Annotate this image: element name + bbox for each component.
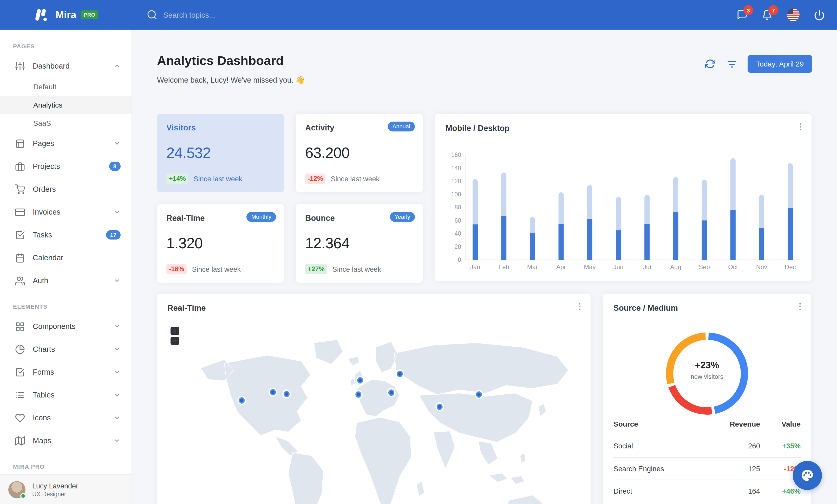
sidebar-item-label: Icons bbox=[33, 414, 113, 422]
x-axis-label: Apr bbox=[556, 263, 566, 270]
grid-icon bbox=[15, 321, 25, 331]
map-marker-ankara[interactable] bbox=[387, 388, 396, 397]
map-marker-madrid[interactable] bbox=[354, 390, 362, 399]
bar-desktop-mar[interactable] bbox=[530, 233, 535, 260]
sidebar-item-label: Pages bbox=[33, 139, 113, 148]
map-marker-beijing[interactable] bbox=[475, 390, 483, 399]
delta-chip: -12% bbox=[305, 173, 325, 184]
map-zoom-out-button[interactable]: − bbox=[171, 337, 179, 345]
delta-chip: -18% bbox=[166, 264, 186, 274]
map-marker-delhi[interactable] bbox=[435, 402, 444, 411]
activity-card: Activity Annual 63.200 -12% Since last w… bbox=[296, 114, 423, 192]
bar-desktop-jun[interactable] bbox=[616, 230, 621, 260]
sidebar-item-label: Auth bbox=[33, 276, 113, 285]
map-marker-moscow[interactable] bbox=[396, 369, 404, 378]
x-axis-label: Nov bbox=[756, 263, 767, 270]
y-axis-tick: 40 bbox=[455, 230, 461, 237]
sidebar-item-projects[interactable]: Projects 8 bbox=[0, 155, 131, 178]
activity-value: 63.200 bbox=[305, 145, 413, 162]
source-medium-donut bbox=[603, 325, 811, 424]
search-input[interactable] bbox=[163, 11, 267, 19]
map-marker-san-francisco[interactable] bbox=[237, 396, 246, 405]
sidebar-item-default[interactable]: Default bbox=[0, 77, 131, 96]
tasks-count-badge: 17 bbox=[106, 230, 121, 240]
card-menu-button[interactable] bbox=[796, 302, 805, 311]
bar-desktop-jul[interactable] bbox=[644, 224, 649, 260]
brand[interactable]: Mira PRO bbox=[34, 0, 99, 30]
column-header-value: Value bbox=[760, 420, 801, 428]
card-title: Visitors bbox=[166, 123, 274, 132]
user-menu[interactable]: Lucy Lavender UX Designer bbox=[0, 474, 131, 504]
sidebar-item-charts[interactable]: Charts bbox=[0, 338, 131, 360]
map-zoom-in-button[interactable]: + bbox=[171, 327, 179, 335]
sidebar-item-maps[interactable]: Maps bbox=[0, 429, 131, 452]
card-menu-button[interactable] bbox=[796, 122, 805, 131]
user-role: UX Designer bbox=[32, 491, 78, 497]
more-vertical-icon bbox=[796, 302, 805, 311]
sidebar-item-invoices[interactable]: Invoices bbox=[0, 201, 131, 223]
map-marker-new-york[interactable] bbox=[282, 389, 291, 398]
sidebar-item-label: Calendar bbox=[33, 254, 121, 262]
refresh-button[interactable] bbox=[705, 59, 715, 69]
filter-button[interactable] bbox=[727, 59, 737, 69]
bar-desktop-apr[interactable] bbox=[558, 224, 564, 260]
messages-button[interactable]: 3 bbox=[737, 10, 748, 20]
chevron-up-icon bbox=[113, 62, 121, 70]
sidebar-item-saas[interactable]: SaaS bbox=[0, 114, 131, 132]
date-range-button[interactable]: Today: April 29 bbox=[748, 55, 812, 73]
sidebar-item-auth[interactable]: Auth bbox=[0, 269, 131, 292]
bar-desktop-feb[interactable] bbox=[501, 216, 506, 260]
card-menu-button[interactable] bbox=[575, 302, 584, 311]
chevron-down-icon bbox=[113, 391, 121, 398]
map-landmass bbox=[201, 339, 568, 504]
welcome-message: Welcome back, Lucy! We've missed you. 👋 bbox=[157, 76, 305, 85]
donut-slice-direct[interactable] bbox=[670, 336, 706, 384]
world-map[interactable] bbox=[160, 327, 587, 504]
period-badge[interactable]: Annual bbox=[388, 122, 415, 131]
map-icon bbox=[15, 436, 25, 446]
sidebar-item-orders[interactable]: Orders bbox=[0, 178, 131, 201]
period-badge[interactable]: Monthly bbox=[247, 212, 276, 222]
bar-desktop-sep[interactable] bbox=[702, 221, 707, 260]
sidebar-item-tasks[interactable]: Tasks 17 bbox=[0, 223, 131, 246]
bar-desktop-oct[interactable] bbox=[730, 210, 736, 260]
chevron-down-icon bbox=[113, 140, 121, 147]
sidebar-item-icons[interactable]: Icons bbox=[0, 406, 131, 429]
bar-desktop-nov[interactable] bbox=[759, 228, 764, 260]
sidebar: Pages Dashboard Default Analytics SaaS P… bbox=[0, 30, 132, 504]
sidebar-item-label: Projects bbox=[33, 162, 109, 170]
sidebar-item-label: Invoices bbox=[33, 208, 113, 216]
bar-desktop-dec[interactable] bbox=[788, 208, 793, 260]
sidebar-item-calendar[interactable]: Calendar bbox=[0, 246, 131, 269]
bar-desktop-jan[interactable] bbox=[473, 224, 478, 260]
map-marker-london[interactable] bbox=[356, 376, 364, 385]
x-axis-label: Feb bbox=[499, 263, 509, 270]
x-axis-label: Jan bbox=[470, 263, 480, 270]
sidebar-item-dashboard[interactable]: Dashboard bbox=[0, 55, 131, 77]
mobile-desktop-chart: 020406080100120140160JanFebMarAprMayJunJ… bbox=[441, 146, 805, 276]
sidebar-item-forms[interactable]: Forms bbox=[0, 360, 131, 384]
period-badge[interactable]: Yearly bbox=[390, 212, 415, 222]
sign-out-button[interactable] bbox=[814, 9, 825, 20]
donut-slice-social[interactable] bbox=[709, 336, 745, 410]
sidebar-item-analytics[interactable]: Analytics bbox=[0, 96, 131, 114]
sidebar-item-pages[interactable]: Pages bbox=[0, 132, 131, 155]
language-selector[interactable] bbox=[787, 8, 800, 21]
donut-slice-search-engines[interactable] bbox=[672, 386, 712, 411]
bar-desktop-aug[interactable] bbox=[673, 212, 678, 260]
sidebar-item-components[interactable]: Components bbox=[0, 315, 131, 338]
theme-settings-fab[interactable] bbox=[793, 461, 822, 490]
table-cell: +46% bbox=[760, 487, 801, 495]
source-table: Source Revenue Value Social260+35%Search… bbox=[613, 413, 801, 502]
notifications-button[interactable]: 7 bbox=[762, 10, 772, 20]
avatar bbox=[8, 481, 25, 498]
y-axis-tick: 160 bbox=[451, 151, 461, 158]
sidebar-item-label: Default bbox=[33, 82, 56, 91]
map-marker-chicago[interactable] bbox=[269, 388, 277, 397]
delta-caption: Since last week bbox=[192, 265, 241, 273]
y-axis-tick: 140 bbox=[451, 165, 461, 171]
table-cell: Direct bbox=[613, 487, 711, 495]
list-icon bbox=[15, 390, 25, 400]
bar-desktop-may[interactable] bbox=[587, 219, 592, 260]
sidebar-item-tables[interactable]: Tables bbox=[0, 384, 131, 406]
